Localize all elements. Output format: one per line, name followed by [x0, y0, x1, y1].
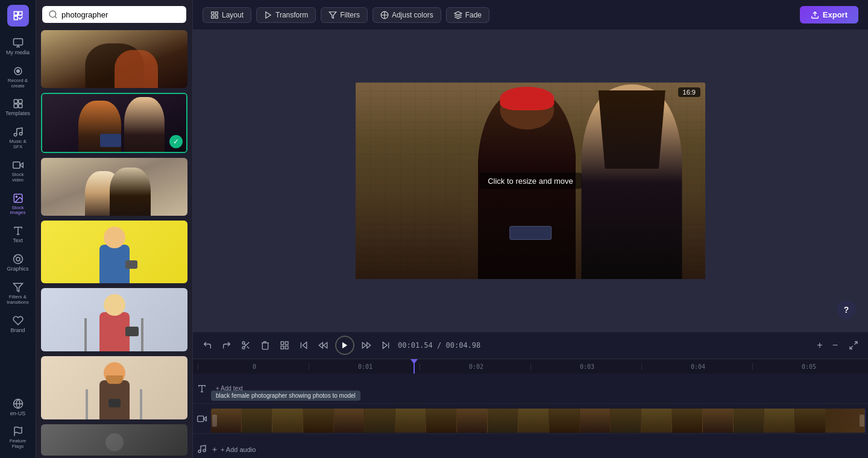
svg-point-33	[242, 347, 245, 349]
sidebar-item-record-create[interactable]: Record &create	[2, 62, 34, 93]
filters-button[interactable]: Filters	[321, 7, 368, 23]
canvas-area[interactable]: Click to resize and move 16:9 ?	[193, 30, 868, 331]
export-label: Export	[823, 10, 848, 19]
export-icon	[811, 11, 819, 19]
more-button[interactable]	[277, 338, 292, 353]
svg-marker-47	[362, 342, 366, 348]
svg-rect-27	[212, 16, 214, 18]
playhead-triangle	[410, 359, 418, 364]
time-display: 00:01.54 / 00:04.98	[398, 341, 480, 350]
sidebar-item-brand[interactable]: Brand	[2, 312, 34, 337]
undo-button[interactable]	[200, 338, 215, 353]
layout-button[interactable]: Layout	[203, 7, 251, 23]
selected-check-badge: ✓	[169, 135, 183, 148]
svg-rect-28	[215, 16, 218, 18]
svg-rect-55	[198, 416, 204, 421]
sidebar-item-music-sfx[interactable]: Music &SFX	[2, 123, 34, 154]
delete-button[interactable]	[258, 338, 272, 353]
svg-point-57	[203, 449, 206, 451]
app-logo[interactable]	[7, 5, 29, 27]
plus-icon	[211, 446, 218, 453]
sidebar-label-music-sfx: Music &SFX	[9, 139, 26, 150]
ruler-mark: 0:01	[309, 363, 420, 370]
sidebar-item-graphics[interactable]: Graphics	[2, 250, 34, 276]
fullscreen-button[interactable]	[846, 338, 861, 353]
sidebar-item-templates[interactable]: Templates	[2, 95, 34, 121]
video-track-content[interactable]: black female photographer showing photos…	[211, 407, 868, 430]
sidebar-item-stock-video[interactable]: Stockvideo	[2, 156, 34, 187]
layout-icon	[210, 11, 219, 19]
svg-point-56	[198, 450, 201, 453]
svg-marker-9	[20, 163, 23, 168]
transform-button[interactable]: Transform	[256, 7, 316, 23]
search-input[interactable]	[61, 10, 180, 19]
sidebar-label-graphics: Graphics	[7, 266, 28, 272]
list-item[interactable]	[41, 424, 187, 456]
svg-marker-45	[342, 342, 347, 349]
text-track-bar: + Add text	[211, 380, 243, 398]
sidebar-label-templates: Templates	[5, 111, 30, 117]
skip-back-button[interactable]	[297, 338, 311, 353]
audio-track-content: + Add audio	[211, 438, 868, 459]
add-text-label[interactable]: + Add text	[216, 385, 243, 392]
sidebar-item-lang[interactable]: en-US	[2, 395, 34, 421]
sidebar-item-stock-images[interactable]: Stockimages	[2, 189, 34, 220]
drag-handle-left[interactable]	[212, 415, 217, 427]
fast-forward-button[interactable]	[359, 338, 374, 353]
svg-point-23	[49, 11, 56, 17]
list-item[interactable]: ✓	[41, 93, 187, 153]
svg-point-16	[16, 257, 20, 261]
svg-rect-3	[14, 100, 17, 104]
video-track-bar[interactable]	[211, 409, 866, 433]
sidebar-item-feature-flags[interactable]: FeatureFlags	[2, 422, 34, 453]
sidebar-item-text[interactable]: Text	[2, 222, 34, 248]
sidebar-item-filters-transitions[interactable]: Filters &transitions	[2, 278, 34, 309]
redo-button[interactable]	[219, 338, 234, 353]
audio-track-label	[193, 444, 211, 454]
play-button[interactable]	[335, 336, 354, 355]
audio-track: + Add audio	[193, 434, 868, 458]
drag-handle-right[interactable]	[860, 415, 864, 427]
rewind-button[interactable]	[316, 338, 330, 353]
fade-button[interactable]: Fade	[446, 7, 489, 23]
list-item[interactable]: ★	[41, 356, 187, 419]
sidebar-label-feature-flags: FeatureFlags	[10, 439, 27, 450]
ruler-mark: 0:04	[641, 363, 752, 370]
adjust-colors-label: Adjust colors	[392, 11, 433, 19]
cut-button[interactable]	[239, 338, 253, 353]
svg-rect-26	[215, 11, 218, 14]
add-audio-button[interactable]: + Add audio	[211, 446, 256, 453]
svg-point-2	[16, 70, 19, 73]
svg-marker-41	[303, 342, 307, 349]
text-track: + Add text	[193, 374, 868, 404]
sidebar-label-brand: Brand	[10, 328, 25, 334]
video-track-strip	[211, 409, 866, 433]
list-item[interactable]: ★	[41, 288, 187, 351]
sidebar-label-my-media: My media	[6, 50, 30, 56]
svg-rect-39	[281, 346, 284, 349]
video-track-label	[193, 414, 211, 424]
sidebar-item-my-media[interactable]: My media	[2, 34, 34, 60]
person1	[478, 83, 576, 279]
svg-line-51	[850, 346, 853, 349]
list-item[interactable]: ★	[41, 30, 187, 88]
zoom-in-button[interactable]: +	[813, 339, 826, 352]
list-item[interactable]	[41, 221, 187, 284]
svg-point-8	[19, 133, 22, 136]
adjust-colors-icon	[380, 11, 389, 19]
skip-forward-button[interactable]	[379, 338, 393, 353]
svg-marker-44	[324, 342, 327, 348]
sidebar-label-text: Text	[13, 238, 23, 244]
svg-point-7	[14, 134, 17, 137]
export-button[interactable]: Export	[800, 6, 858, 24]
adjust-colors-button[interactable]: Adjust colors	[373, 7, 441, 23]
playhead[interactable]	[414, 359, 415, 374]
fade-label: Fade	[465, 11, 482, 19]
svg-point-12	[16, 196, 17, 197]
svg-marker-46	[367, 342, 371, 348]
help-button[interactable]: ?	[837, 300, 856, 319]
list-item[interactable]: ★	[41, 158, 187, 216]
video-preview[interactable]: Click to resize and move 16:9	[356, 83, 705, 279]
time-separator: /	[437, 341, 445, 350]
zoom-out-button[interactable]: −	[829, 339, 841, 352]
